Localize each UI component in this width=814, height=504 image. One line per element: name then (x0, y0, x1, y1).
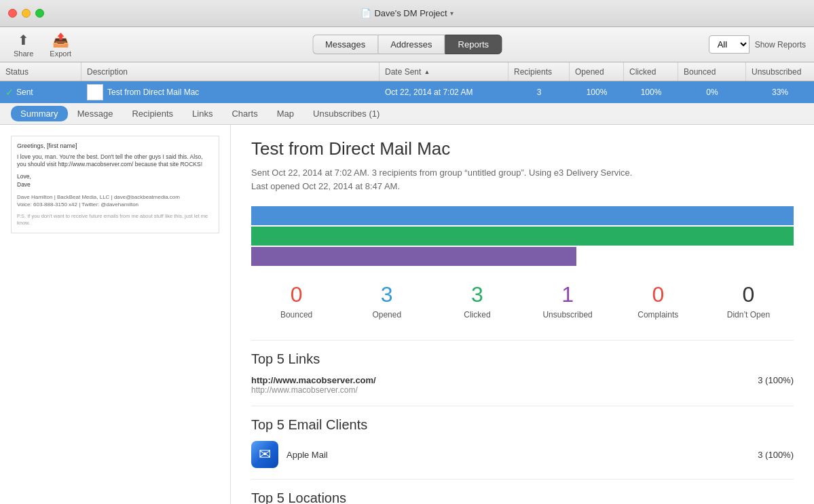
email-client-left: Apple Mail (251, 441, 328, 468)
filter-select[interactable]: All (709, 35, 750, 54)
td-unsubscribed: 33% (746, 81, 814, 103)
email-client-row: Apple Mail 3 (100%) (251, 441, 794, 468)
chart-bar-clicked (251, 227, 794, 246)
email-unsub: P.S. If you don't want to receive future… (17, 213, 213, 227)
sort-arrow-icon: ▲ (424, 69, 430, 75)
toolbar-right: All Show Reports (709, 35, 806, 54)
title-chevron-icon[interactable]: ▾ (450, 9, 454, 17)
top-email-clients-title: Top 5 Email Clients (251, 417, 794, 433)
share-icon: ⬆ (18, 32, 29, 48)
sent-check-icon: ✓ (5, 87, 14, 98)
stat-unsubscribed-number: 1 (523, 282, 613, 307)
window-title: 📄 Dave's DM Project ▾ (360, 8, 453, 18)
export-icon: 📤 (52, 32, 69, 48)
link-details: http://www.macobserver.com/ http://www.m… (251, 375, 376, 395)
table-row[interactable]: ✓ Sent Test from Direct Mail Mac Oct 22,… (0, 81, 814, 103)
td-recipients: 3 (508, 81, 570, 103)
td-opened: 100% (570, 81, 624, 103)
tab-recipients[interactable]: Recipients (122, 106, 183, 121)
email-thumbnail (87, 84, 103, 100)
td-status: ✓ Sent (0, 81, 81, 103)
tab-unsubscribes[interactable]: Unsubscribes (1) (303, 106, 389, 121)
stat-didnt-open-number: 0 (703, 282, 794, 307)
campaign-meta: Sent Oct 22, 2014 at 7:02 AM. 3 recipien… (251, 166, 794, 193)
content-area: Test from Direct Mail Mac Sent Oct 22, 2… (231, 125, 814, 504)
stat-clicked-label: Clicked (432, 310, 522, 319)
chart-bar-unsubscribed (251, 247, 576, 266)
toolbar: ⬆ Share 📤 Export Messages Addresses Repo… (0, 27, 814, 62)
nav-messages[interactable]: Messages (312, 35, 377, 54)
stat-opened-label: Opened (341, 310, 432, 319)
stat-complaints: 0 Complaints (613, 282, 703, 319)
email-preview-panel: Greetings, [first name] I love you, man.… (0, 125, 231, 504)
tab-summary[interactable]: Summary (11, 106, 68, 121)
toolbar-left: ⬆ Share 📤 Export (8, 29, 77, 60)
email-preview-inner: Greetings, [first name] I love you, man.… (11, 136, 219, 233)
stat-clicked-number: 3 (432, 282, 522, 307)
link-item: http://www.macobserver.com/ http://www.m… (251, 375, 794, 395)
nav-tabs: Messages Addresses Reports (312, 35, 502, 54)
stat-clicked: 3 Clicked (432, 282, 522, 319)
campaign-title: Test from Direct Mail Mac (251, 138, 794, 159)
divider-3 (251, 479, 794, 480)
link-secondary: http://www.macobserver.com/ (251, 385, 376, 395)
th-clicked: Clicked (624, 62, 678, 81)
stat-complaints-label: Complaints (613, 310, 703, 319)
top-locations-title: Top 5 Locations (251, 490, 794, 504)
stat-bounced-label: Bounced (251, 310, 341, 319)
nav-addresses[interactable]: Addresses (377, 35, 445, 54)
tab-message[interactable]: Message (68, 106, 123, 121)
minimize-button[interactable] (22, 9, 31, 18)
maximize-button[interactable] (35, 9, 44, 18)
tab-charts[interactable]: Charts (222, 106, 267, 121)
close-button[interactable] (8, 9, 17, 18)
stat-didnt-open: 0 Didn’t Open (703, 282, 794, 319)
stat-didnt-open-label: Didn’t Open (703, 310, 794, 319)
th-bounced: Bounced (678, 62, 746, 81)
th-opened: Opened (570, 62, 624, 81)
link-row: http://www.macobserver.com/ http://www.m… (251, 375, 794, 395)
stats-row: 0 Bounced 3 Opened 3 Clicked 1 Unsubscri… (251, 282, 794, 319)
td-date-sent: Oct 22, 2014 at 7:02 AM (380, 81, 508, 103)
td-clicked: 100% (624, 81, 678, 103)
link-count: 3 (100%) (758, 375, 794, 385)
email-greeting: Greetings, [first name] (17, 142, 213, 151)
th-date-sent[interactable]: Date Sent ▲ (380, 62, 508, 81)
stat-opened-number: 3 (341, 282, 432, 307)
stat-bounced: 0 Bounced (251, 282, 341, 319)
tab-links[interactable]: Links (183, 106, 222, 121)
nav-reports[interactable]: Reports (445, 35, 502, 54)
document-icon: 📄 (360, 8, 371, 18)
main-content: Greetings, [first name] I love you, man.… (0, 125, 814, 504)
show-reports-label: Show Reports (755, 40, 806, 50)
export-button[interactable]: 📤 Export (44, 29, 77, 60)
stat-complaints-number: 0 (613, 282, 703, 307)
email-closing: Love,Dave (17, 173, 213, 189)
stat-opened: 3 Opened (341, 282, 432, 319)
email-client-name: Apple Mail (286, 450, 328, 460)
th-status: Status (0, 62, 81, 81)
td-bounced: 0% (678, 81, 746, 103)
share-button[interactable]: ⬆ Share (8, 29, 39, 60)
email-signature: Dave Hamilton | BackBeat Media, LLC | da… (17, 193, 213, 208)
traffic-lights (8, 9, 44, 18)
table-header: Status Description Date Sent ▲ Recipient… (0, 62, 814, 81)
stat-bounced-number: 0 (251, 282, 341, 307)
stats-chart (251, 206, 794, 266)
stat-unsubscribed: 1 Unsubscribed (523, 282, 613, 319)
apple-mail-icon (251, 441, 278, 468)
top-links-title: Top 5 Links (251, 351, 794, 367)
email-body-line1: I love you, man. You're the best. Don't … (17, 153, 213, 170)
chart-bar-opened (251, 206, 794, 225)
th-description: Description (81, 62, 380, 81)
th-recipients: Recipients (508, 62, 570, 81)
titlebar: 📄 Dave's DM Project ▾ (0, 0, 814, 27)
divider-1 (251, 340, 794, 341)
link-primary: http://www.macobserver.com/ (251, 375, 376, 385)
td-description: Test from Direct Mail Mac (81, 81, 380, 103)
tab-map[interactable]: Map (267, 106, 303, 121)
th-unsubscribed: Unsubscribed (746, 62, 814, 81)
stat-unsubscribed-label: Unsubscribed (523, 310, 613, 319)
sub-tabs-bar: Summary Message Recipients Links Charts … (0, 103, 814, 125)
email-client-count: 3 (100%) (758, 450, 794, 460)
